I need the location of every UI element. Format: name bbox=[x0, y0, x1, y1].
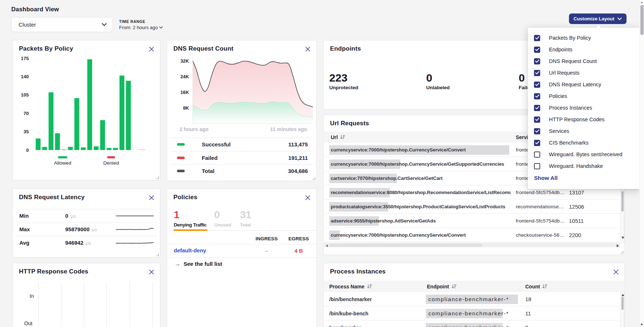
checkbox-checked-icon[interactable] bbox=[534, 70, 540, 76]
menu-item-cis-benchmarks[interactable]: CIS Benchmarks bbox=[528, 137, 641, 149]
checkbox-checked-icon[interactable] bbox=[534, 128, 540, 134]
latency-label: Max bbox=[19, 226, 30, 232]
checkbox-checked-icon[interactable] bbox=[534, 140, 540, 146]
page-scrollbar[interactable] bbox=[639, 0, 644, 327]
column-header[interactable]: Url bbox=[331, 134, 345, 140]
close-icon[interactable] bbox=[305, 195, 311, 201]
menu-item-label: Url Requests bbox=[549, 70, 580, 76]
service-cell: checkoutservice-56… bbox=[516, 228, 565, 242]
close-icon[interactable] bbox=[613, 269, 619, 275]
policies-tab-unused[interactable]: Unused bbox=[214, 222, 231, 228]
policies-tab-total[interactable]: Total bbox=[240, 222, 251, 228]
packets-bar-chart: 03570105140175 bbox=[13, 40, 161, 153]
column-header-ingress: INGRESS bbox=[256, 236, 278, 241]
page-title: Dashboard View bbox=[11, 6, 59, 13]
active-tab-underline bbox=[174, 229, 207, 231]
scroll-left-arrow-icon[interactable] bbox=[326, 244, 328, 247]
latency-value: 0 µs bbox=[65, 213, 76, 219]
endpoint-stat: 223Unprotected bbox=[329, 72, 358, 90]
denied-swatch bbox=[107, 156, 115, 158]
checkbox-checked-icon[interactable] bbox=[534, 35, 540, 41]
resize-handle[interactable] bbox=[313, 177, 315, 180]
view-select[interactable]: Cluster bbox=[11, 17, 113, 32]
menu-item-dns-request-count[interactable]: DNS Request Count bbox=[528, 55, 641, 67]
scroll-up-arrow-icon[interactable] bbox=[641, 1, 643, 3]
menu-item-label: Endpoints bbox=[549, 47, 573, 52]
scroll-right-arrow-icon[interactable] bbox=[617, 244, 619, 247]
menu-item-label: Wireguard. Bytes sent/received bbox=[549, 151, 622, 157]
menu-item-http-response-codes[interactable]: HTTP Response Codes bbox=[528, 114, 641, 125]
menu-item-packets-by-policy[interactable]: Packets By Policy bbox=[528, 32, 641, 44]
svg-text:8K: 8K bbox=[183, 105, 189, 111]
menu-item-process-instances[interactable]: Process Instances bbox=[528, 102, 641, 114]
menu-item-label: DNS Request Count bbox=[549, 58, 597, 64]
count-cell: 11 bbox=[525, 306, 531, 320]
view-select-value: Cluster bbox=[19, 21, 36, 28]
policy-egress-value: 4 B bbox=[294, 248, 303, 254]
table-row[interactable]: productcatalogservice:3550/hipstershop.P… bbox=[324, 200, 620, 214]
scroll-down-arrow-icon[interactable] bbox=[621, 237, 624, 239]
checkbox-checked-icon[interactable] bbox=[534, 117, 540, 123]
checkbox-unchecked-icon[interactable] bbox=[534, 151, 540, 158]
scroll-up-arrow-icon[interactable] bbox=[621, 294, 624, 296]
resize-handle[interactable] bbox=[156, 253, 159, 256]
menu-item-dns-request-latency[interactable]: DNS Request Latency bbox=[528, 79, 641, 90]
process-instances-card: Process Instances Process NameEndpointCo… bbox=[323, 263, 625, 327]
menu-item-endpoints[interactable]: Endpoints bbox=[528, 44, 641, 55]
checkbox-checked-icon[interactable] bbox=[534, 105, 540, 111]
svg-text:105: 105 bbox=[21, 92, 29, 98]
column-header[interactable]: Count bbox=[525, 284, 547, 289]
divider bbox=[16, 236, 157, 236]
menu-item-label: DNS Request Latency bbox=[549, 82, 601, 87]
time-range-value[interactable]: From: 2 hours ago bbox=[119, 25, 163, 30]
legend-row: Successful113,475 bbox=[171, 138, 313, 151]
sort-icon bbox=[340, 135, 345, 139]
menu-notch bbox=[596, 25, 601, 28]
close-icon[interactable] bbox=[149, 195, 154, 201]
card-title: HTTP Response Codes bbox=[19, 268, 89, 275]
legend-label: Failed bbox=[202, 155, 217, 161]
show-all-link[interactable]: Show All bbox=[534, 175, 558, 181]
column-header-egress: EGRESS bbox=[288, 236, 309, 241]
column-header[interactable]: Process Name bbox=[329, 284, 372, 289]
menu-item-url-requests[interactable]: Url Requests bbox=[528, 67, 641, 79]
time-range-label: TIME RANGE bbox=[119, 19, 163, 24]
latency-unit: µs bbox=[85, 240, 91, 246]
table-row[interactable]: currencyservice:7000/hipstershop.Currenc… bbox=[324, 228, 620, 242]
horizontal-scrollbar[interactable] bbox=[324, 243, 620, 247]
table-row[interactable]: /bin/benchmarkercompliance-benchmarker-*… bbox=[324, 292, 620, 306]
dns-legend: Successful113,475Failed191,211Total304,6… bbox=[171, 138, 313, 178]
sparkline bbox=[116, 240, 154, 246]
close-icon[interactable] bbox=[149, 269, 154, 275]
checkbox-checked-icon[interactable] bbox=[534, 47, 540, 53]
row-label-in: In bbox=[19, 293, 34, 299]
checkbox-checked-icon[interactable] bbox=[534, 58, 540, 64]
policy-link[interactable]: default-deny bbox=[174, 247, 206, 253]
vertical-scrollbar[interactable] bbox=[620, 292, 624, 327]
customize-layout-button[interactable]: Customize Layout bbox=[569, 13, 627, 24]
see-full-list-link[interactable]: → See the full list bbox=[174, 261, 222, 267]
table-row[interactable]: /bin/kube-benchcompliance-benchmarker-*1… bbox=[324, 306, 620, 320]
process-name-cell: /bin/kube-bench bbox=[329, 306, 368, 320]
resize-handle[interactable] bbox=[621, 251, 623, 253]
menu-item-wireguard-handshake[interactable]: Wireguard. Handshake bbox=[528, 160, 641, 172]
legend-value: 191,211 bbox=[288, 155, 308, 161]
menu-item-label: CIS Benchmarks bbox=[549, 140, 589, 146]
menu-item-wireguard-bytes-sent-received[interactable]: Wireguard. Bytes sent/received bbox=[528, 149, 641, 160]
checkbox-checked-icon[interactable] bbox=[534, 93, 540, 99]
column-header[interactable]: Endpoint bbox=[427, 284, 456, 289]
policies-tab-denying-traffic[interactable]: Denying Traffic bbox=[174, 222, 207, 228]
checkbox-unchecked-icon[interactable] bbox=[534, 163, 540, 169]
menu-item-policies[interactable]: Policies bbox=[528, 90, 641, 102]
svg-text:24K: 24K bbox=[180, 74, 189, 79]
scroll-down-arrow-icon[interactable] bbox=[641, 324, 643, 326]
svg-text:32K: 32K bbox=[180, 58, 189, 64]
column-label: Process Name bbox=[329, 284, 365, 289]
menu-item-services[interactable]: Services bbox=[528, 125, 641, 137]
count-cell: 9 bbox=[525, 320, 528, 327]
table-row[interactable]: adservice:9555/hipstershop.AdService/Get… bbox=[324, 214, 620, 228]
resize-handle[interactable] bbox=[156, 176, 159, 179]
x-label-left: 2 hours ago bbox=[180, 126, 208, 132]
checkbox-checked-icon[interactable] bbox=[534, 82, 540, 88]
table-row[interactable]: benchmarkercompliance-benchmarker-*9 bbox=[324, 320, 620, 327]
